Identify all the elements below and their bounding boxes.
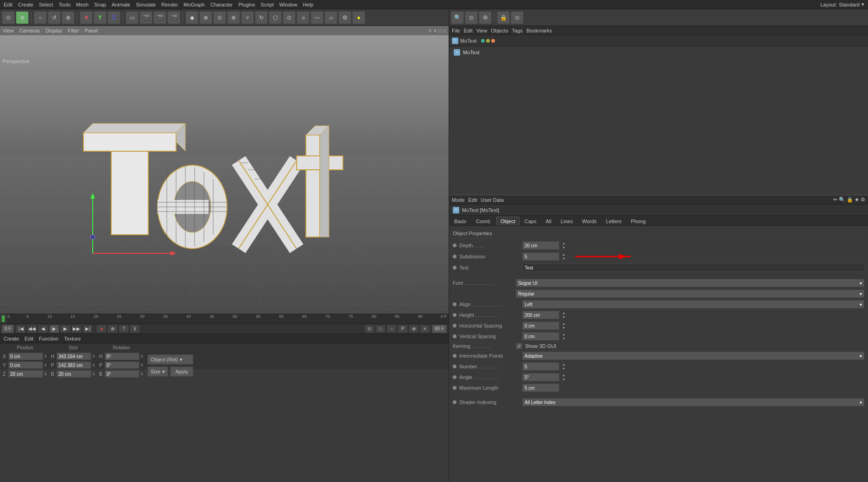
om-menu-objects[interactable]: Objects [491, 28, 508, 33]
btn-record[interactable]: ● [96, 325, 107, 333]
viewport-menu-panel[interactable]: Panel [85, 28, 98, 33]
toolbar-btn-sun[interactable]: ⊙ [283, 11, 296, 24]
om-menu-edit[interactable]: Edit [464, 28, 473, 33]
prop-dropdown-intermediate[interactable]: Adaptive ▾ [522, 352, 864, 360]
btn-mode-1[interactable]: ⊙ [364, 325, 374, 333]
size-z-input[interactable] [57, 370, 91, 378]
menu-window[interactable]: Window [279, 2, 297, 7]
om-menu-view[interactable]: View [476, 28, 488, 33]
tab-phong[interactable]: Phong [627, 217, 650, 225]
pp-icon-star[interactable]: ★ [855, 197, 859, 203]
toolbar-btn-sphere[interactable]: ⊙ [213, 11, 226, 24]
layout-value[interactable]: Standard [839, 2, 860, 7]
prop-input-text[interactable] [522, 263, 864, 272]
pos-x-arrows[interactable]: ⇕ [44, 354, 47, 359]
toolbar-btn-hex[interactable]: ⬡ [269, 11, 282, 24]
prop-input-horiz-spacing[interactable] [522, 321, 559, 330]
prop-input-depth[interactable] [522, 241, 559, 250]
cmd-texture[interactable]: Texture [64, 336, 81, 341]
toolbar-btn-y[interactable]: Y [94, 11, 107, 24]
prop-dropdown-shader[interactable]: All Letter Index ▾ [522, 398, 864, 406]
prop-input-angle[interactable] [522, 373, 559, 381]
menu-script[interactable]: Script [260, 2, 273, 7]
om-tag-2[interactable] [486, 39, 490, 43]
tab-object[interactable]: Object [496, 217, 520, 225]
apply-button[interactable]: Apply [170, 366, 193, 377]
menu-render[interactable]: Render [161, 2, 178, 7]
menu-tools[interactable]: Tools [59, 2, 71, 7]
prop-input-number[interactable] [522, 362, 559, 371]
cmd-edit[interactable]: Edit [25, 336, 33, 341]
btn-mode-2[interactable]: □ [375, 325, 386, 333]
menu-select[interactable]: Select [39, 2, 53, 7]
pos-x-input[interactable] [8, 353, 43, 360]
toolbar-btn-ring[interactable]: ⌾ [297, 11, 310, 24]
toolbar-btn-rect[interactable]: ▭ [126, 11, 139, 24]
menu-edit[interactable]: Edit [4, 2, 13, 7]
btn-prev-frame[interactable]: ◀ [38, 325, 48, 333]
timeline[interactable]: 0 5 10 15 20 25 30 35 40 45 50 55 60 65 … [0, 314, 449, 324]
menu-animate[interactable]: Animate [112, 2, 130, 7]
prop-checkbox-kerning[interactable]: ✓ [516, 343, 522, 349]
om-tag-3[interactable] [491, 39, 495, 43]
size-z-arrows[interactable]: ⇕ [92, 372, 95, 376]
toolbar-btn-gear[interactable]: ⚙ [338, 11, 351, 24]
size-mode-dropdown[interactable]: Size ▾ [147, 366, 168, 377]
menu-mograph[interactable]: MoGraph [184, 2, 205, 7]
toolbar-btn-twist[interactable]: ↻ [255, 11, 268, 24]
btn-mode-6[interactable]: ≡ [420, 325, 430, 333]
prop-dropdown-font-style[interactable]: Regular ▾ [516, 289, 864, 298]
viewport-ctrl-arrows[interactable]: ↕ [444, 28, 446, 33]
prop-spin-height[interactable]: ▲▼ [562, 311, 568, 319]
toolbar-btn-circle[interactable]: ○ [34, 11, 47, 24]
menu-create[interactable]: Create [18, 2, 33, 7]
prop-input-height[interactable] [522, 311, 559, 319]
viewport-menu-view[interactable]: View [3, 28, 14, 33]
prop-input-vert-spacing[interactable] [522, 332, 559, 341]
pp-icon-search[interactable]: 🔍 [839, 197, 845, 203]
viewport-ctrl-box[interactable]: □ [438, 28, 442, 33]
toolbar-btn-rotate[interactable]: ↺ [48, 11, 61, 24]
viewport-menu-cameras[interactable]: Cameras [19, 28, 40, 33]
om-menu-bookmarks[interactable]: Bookmarks [526, 28, 552, 33]
btn-auto-key[interactable]: ⊕ [108, 325, 118, 333]
tab-coord[interactable]: Coord. [472, 217, 495, 225]
toolbar-btn-new[interactable]: ⊕ [16, 11, 29, 24]
size-y-arrows[interactable]: ⇕ [92, 363, 95, 367]
pp-icon-lock[interactable]: 🔒 [847, 197, 853, 203]
toolbar-btn-move[interactable]: ⊙ [2, 11, 15, 24]
btn-next-key[interactable]: ▶▶ [71, 325, 82, 333]
pos-y-input[interactable] [8, 361, 43, 369]
btn-go-end[interactable]: ▶| [82, 325, 93, 333]
size-x-input[interactable] [57, 353, 91, 360]
pp-icon-settings[interactable]: ⚙ [861, 197, 865, 203]
prop-input-max-length[interactable] [522, 384, 559, 392]
rot-y-input[interactable] [105, 361, 139, 369]
rot-z-arrows[interactable]: ⇕ [140, 372, 144, 376]
btn-mode-3[interactable]: ○ [386, 325, 397, 333]
viewport-ctrl-plus[interactable]: + [429, 28, 431, 33]
toolbar-btn-light[interactable]: ● [352, 11, 365, 24]
pos-z-arrows[interactable]: ⇕ [44, 372, 47, 376]
rot-y-arrows[interactable]: ⇕ [140, 363, 144, 367]
menu-snap[interactable]: Snap [94, 2, 106, 7]
menu-mesh[interactable]: Mesh [76, 2, 89, 7]
prop-input-subdivision[interactable] [522, 252, 559, 261]
toolbar-btn-line[interactable]: — [310, 11, 323, 24]
prop-dropdown-font[interactable]: Segoe UI ▾ [516, 279, 864, 287]
btn-next-frame[interactable]: ▶ [60, 325, 70, 333]
pos-z-input[interactable] [8, 370, 43, 378]
pos-y-arrows[interactable]: ⇕ [44, 363, 47, 367]
om-tag-1[interactable] [481, 39, 485, 43]
menu-simulate[interactable]: Simulate [136, 2, 156, 7]
rp-toolbar-btn-4[interactable]: 🔒 [497, 11, 510, 24]
toolbar-btn-x[interactable]: ✕ [80, 11, 93, 24]
tab-all[interactable]: All [541, 217, 555, 225]
rp-toolbar-btn-5[interactable]: ⊙ [511, 11, 524, 24]
om-menu-file[interactable]: File [452, 28, 460, 33]
toolbar-btn-add2[interactable]: ⊕ [199, 11, 212, 24]
toolbar-btn-add3[interactable]: ⊕ [227, 11, 240, 24]
rot-x-input[interactable] [105, 353, 139, 360]
tab-basic[interactable]: Basic [450, 217, 471, 225]
prop-spin-angle[interactable]: ▲▼ [562, 373, 568, 381]
